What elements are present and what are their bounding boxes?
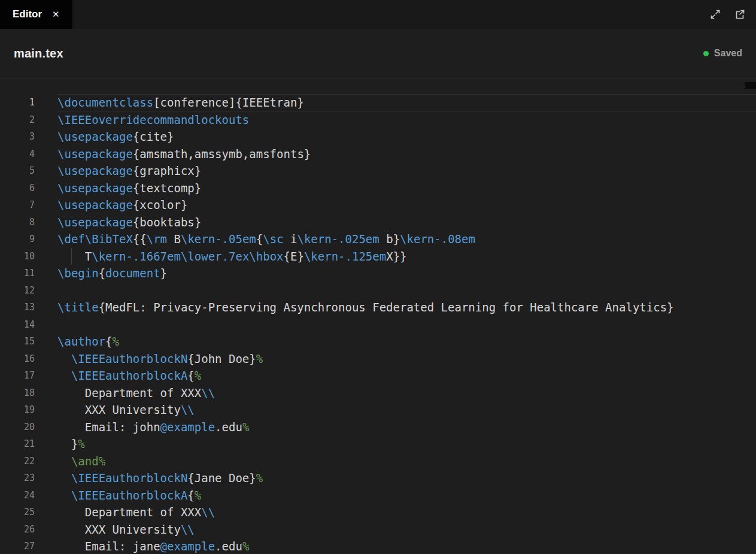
line-number: 3	[0, 128, 35, 146]
code-line-content: \IEEEauthorblockN{Jane Doe}%	[57, 470, 756, 487]
line-number: 9	[0, 231, 35, 248]
code-line-content: Email: jane@example.edu%	[57, 538, 756, 554]
code-line-content: Department of XXX\\	[57, 504, 756, 521]
code-line[interactable]: 25 Department of XXX\\	[0, 504, 756, 521]
code-line[interactable]: 16 \IEEEauthorblockN{John Doe}%	[0, 350, 756, 368]
tab-bar: Editor ✕	[0, 0, 756, 29]
code-line-content: \title{MedFL: Privacy-Preserving Asynchr…	[57, 299, 756, 316]
scrollbar-thumb[interactable]	[745, 82, 756, 89]
code-line-content: \IEEEauthorblockN{John Doe}%	[57, 350, 756, 368]
code-line-content: Department of XXX\\	[57, 385, 756, 402]
code-editor[interactable]: 1\documentclass[conference]{IEEEtran}2\I…	[0, 78, 756, 554]
code-line-content: \IEEEauthorblockA{%	[57, 367, 756, 385]
tab-title: Editor	[13, 8, 42, 20]
save-status: Saved	[703, 48, 742, 59]
line-number: 13	[0, 299, 35, 316]
code-line[interactable]: 20 Email: john@example.edu%	[0, 419, 756, 436]
line-number: 16	[0, 350, 35, 368]
code-line-content: T\kern-.1667em\lower.7ex\hbox{E}\kern-.1…	[57, 248, 756, 265]
line-number: 19	[0, 401, 35, 419]
line-number: 22	[0, 453, 35, 470]
code-line[interactable]: 15\author{%	[0, 333, 756, 350]
tab-actions	[709, 8, 756, 20]
code-line-content: Email: john@example.edu%	[57, 419, 756, 436]
code-line-content: \def\BibTeX{{\rm B\kern-.05em{\sc i\kern…	[57, 231, 756, 248]
line-number: 12	[0, 282, 35, 299]
code-line[interactable]: 13\title{MedFL: Privacy-Preserving Async…	[0, 299, 756, 316]
line-number: 5	[0, 162, 35, 180]
code-line-content: \documentclass[conference]{IEEEtran}	[57, 94, 756, 111]
filename: main.tex	[14, 47, 63, 60]
close-icon[interactable]: ✕	[52, 9, 60, 20]
line-number: 20	[0, 419, 35, 436]
code-line-content: \usepackage{booktabs}	[57, 214, 756, 231]
code-line-content: \and%	[57, 453, 756, 470]
code-line[interactable]: 12	[0, 282, 756, 299]
line-number: 10	[0, 248, 35, 265]
code-line-content	[57, 282, 756, 299]
open-external-icon[interactable]	[734, 8, 746, 20]
code-line[interactable]: 4\usepackage{amsmath,amssymb,amsfonts}	[0, 146, 756, 163]
line-number: 23	[0, 470, 35, 487]
code-line-content	[57, 316, 756, 334]
code-line[interactable]: 23 \IEEEauthorblockN{Jane Doe}%	[0, 470, 756, 487]
line-number: 2	[0, 111, 35, 129]
line-number: 6	[0, 180, 35, 197]
file-header: main.tex Saved	[0, 29, 756, 78]
code-line[interactable]: 5\usepackage{graphicx}	[0, 162, 756, 180]
code-line[interactable]: 1\documentclass[conference]{IEEEtran}	[0, 94, 756, 111]
code-line[interactable]: 26 XXX University\\	[0, 521, 756, 538]
code-line[interactable]: 6\usepackage{textcomp}	[0, 180, 756, 197]
code-line[interactable]: 10 T\kern-.1667em\lower.7ex\hbox{E}\kern…	[0, 248, 756, 265]
line-number: 14	[0, 316, 35, 334]
saved-indicator-dot	[703, 51, 709, 56]
saved-status-label: Saved	[714, 48, 742, 59]
code-line-content: \IEEEauthorblockA{%	[57, 487, 756, 504]
line-number: 27	[0, 538, 35, 554]
code-line-content: }%	[57, 435, 756, 453]
expand-icon[interactable]	[709, 8, 721, 20]
line-number: 8	[0, 214, 35, 231]
code-line[interactable]: 14	[0, 316, 756, 334]
code-line[interactable]: 24 \IEEEauthorblockA{%	[0, 487, 756, 504]
line-number: 24	[0, 487, 35, 504]
line-number: 26	[0, 521, 35, 538]
line-number: 11	[0, 265, 35, 282]
code-line-content: \IEEEoverridecommandlockouts	[57, 111, 756, 129]
code-line-content: \begin{document}	[57, 265, 756, 282]
code-line-content: \usepackage{graphicx}	[57, 162, 756, 180]
code-line[interactable]: 22 \and%	[0, 453, 756, 470]
code-line-content: \author{%	[57, 333, 756, 350]
code-line-content: \usepackage{xcolor}	[57, 196, 756, 214]
line-number: 1	[0, 94, 35, 111]
line-number: 17	[0, 367, 35, 385]
code-line-content: \usepackage{amsmath,amssymb,amsfonts}	[57, 146, 756, 163]
line-number: 7	[0, 196, 35, 214]
tab-editor[interactable]: Editor ✕	[0, 0, 72, 29]
code-line[interactable]: 27 Email: jane@example.edu%	[0, 538, 756, 554]
code-line[interactable]: 17 \IEEEauthorblockA{%	[0, 367, 756, 385]
line-number: 4	[0, 146, 35, 163]
code-line[interactable]: 21 }%	[0, 435, 756, 453]
code-area: 1\documentclass[conference]{IEEEtran}2\I…	[0, 94, 756, 554]
code-line-content: \usepackage{cite}	[57, 128, 756, 146]
code-line[interactable]: 11\begin{document}	[0, 265, 756, 282]
code-line-content: XXX University\\	[57, 521, 756, 538]
code-line-content: \usepackage{textcomp}	[57, 180, 756, 197]
code-line[interactable]: 8\usepackage{booktabs}	[0, 214, 756, 231]
code-line[interactable]: 7\usepackage{xcolor}	[0, 196, 756, 214]
line-number: 21	[0, 435, 35, 453]
code-line[interactable]: 18 Department of XXX\\	[0, 385, 756, 402]
line-number: 18	[0, 385, 35, 402]
line-number: 15	[0, 333, 35, 350]
code-line[interactable]: 3\usepackage{cite}	[0, 128, 756, 146]
code-line[interactable]: 2\IEEEoverridecommandlockouts	[0, 111, 756, 129]
line-number: 25	[0, 504, 35, 521]
code-line[interactable]: 9\def\BibTeX{{\rm B\kern-.05em{\sc i\ker…	[0, 231, 756, 248]
code-line-content: XXX University\\	[57, 401, 756, 419]
code-line[interactable]: 19 XXX University\\	[0, 401, 756, 419]
